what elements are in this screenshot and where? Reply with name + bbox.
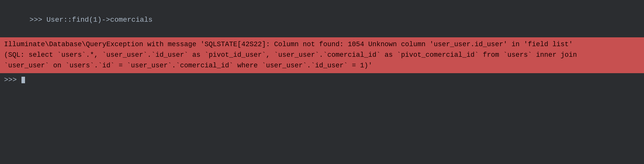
error-line-1: Illuminate\Database\QueryException with … xyxy=(4,39,640,50)
after-prompt-line: >>> xyxy=(0,73,644,87)
after-prompt-text: >>> xyxy=(4,75,21,85)
terminal-content: >>> User::find(1)->comercials Illuminate… xyxy=(0,0,644,164)
error-line-2: (SQL: select `users`.*, `user_user`.`id_… xyxy=(4,50,640,61)
cursor-block xyxy=(21,77,25,83)
terminal-window: >>> User::find(1)->comercials Illuminate… xyxy=(0,0,644,164)
error-line-3: `user_user` on `users`.`id` = `user_user… xyxy=(4,61,640,71)
error-block: Illuminate\Database\QueryException with … xyxy=(0,37,644,73)
command-line: >>> User::find(1)->comercials xyxy=(0,3,644,37)
command-text: >>> User::find(1)->comercials xyxy=(30,16,153,24)
